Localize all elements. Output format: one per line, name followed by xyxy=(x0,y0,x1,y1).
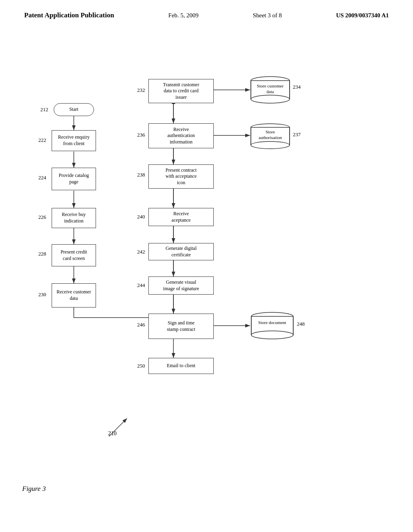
label-212: 212 xyxy=(40,106,48,113)
node-224: Provide catalog page xyxy=(52,168,96,190)
diagram-area: Start 212 Receive enquiry from client 22… xyxy=(0,27,413,503)
header: Patent Application Publication Feb. 5, 2… xyxy=(0,0,413,23)
label-222: 222 xyxy=(38,137,46,143)
label-240: 240 xyxy=(137,214,145,220)
label-226: 226 xyxy=(38,214,46,220)
node-240: Receive aceptance xyxy=(148,208,214,226)
label-232: 232 xyxy=(137,87,145,94)
label-236: 236 xyxy=(137,132,145,138)
label-244: 244 xyxy=(137,282,145,289)
figure-arrow xyxy=(101,414,133,438)
node-248-text: Store document xyxy=(258,320,286,325)
label-250: 250 xyxy=(137,363,145,369)
label-230: 230 xyxy=(38,291,46,298)
node-250: Email to client xyxy=(148,358,214,374)
node-236: Receive authentication information xyxy=(148,123,214,148)
svg-point-30 xyxy=(251,331,293,339)
node-242: Generate digital certificate xyxy=(148,243,214,260)
label-248: 248 xyxy=(297,321,305,327)
sheet-info: Sheet 3 of 8 xyxy=(253,12,282,19)
svg-point-25 xyxy=(251,141,290,149)
label-224: 224 xyxy=(38,175,46,181)
node-222: Receive enquiry from client xyxy=(52,130,96,151)
label-228: 228 xyxy=(38,251,46,257)
node-226: Receive buy indication xyxy=(52,208,96,228)
node-246: Sign and time stamp contract xyxy=(148,314,214,339)
svg-point-20 xyxy=(251,95,290,103)
node-230: Receive customer data xyxy=(52,283,96,308)
svg-line-31 xyxy=(109,418,127,436)
label-246: 246 xyxy=(137,322,145,328)
label-238: 238 xyxy=(137,172,145,178)
publication-title: Patent Application Publication xyxy=(24,11,114,19)
label-234: 234 xyxy=(293,84,301,90)
node-244: Generate visual image of signature xyxy=(148,276,214,295)
node-232: Transmit customer data to credit card is… xyxy=(148,79,214,103)
label-242: 242 xyxy=(137,249,145,255)
node-228: Present credit card screen xyxy=(52,244,96,266)
patent-number: US 2009/0037340 A1 xyxy=(336,12,389,19)
node-234: Store customer data xyxy=(250,76,290,104)
node-237-text: Store authorisation xyxy=(259,129,282,140)
label-237: 237 xyxy=(293,131,301,138)
node-238: Present contract with acceptance icon xyxy=(148,164,214,189)
figure-caption: Figure 3 xyxy=(22,485,46,493)
node-248: Store document xyxy=(250,312,294,340)
node-237: Store authorisation xyxy=(250,123,290,149)
node-start: Start xyxy=(54,103,94,116)
publication-date: Feb. 5, 2009 xyxy=(168,12,198,19)
node-234-text: Store customer data xyxy=(257,83,284,94)
